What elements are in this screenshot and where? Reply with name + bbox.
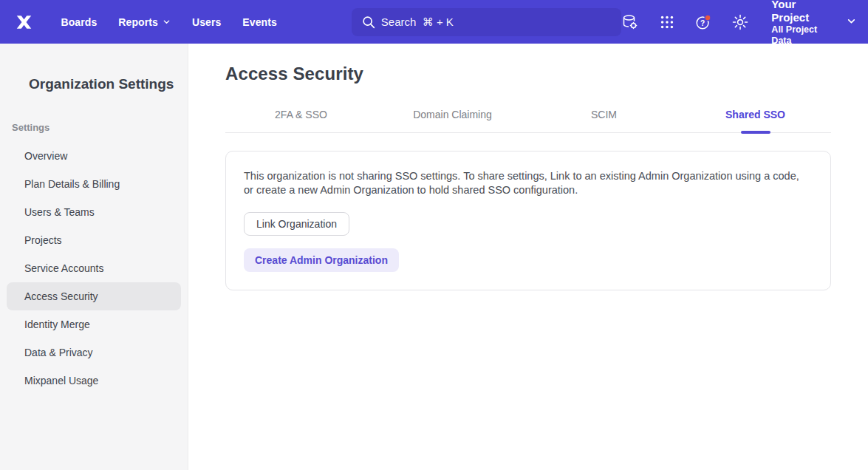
nav-item-label: Users — [192, 16, 221, 28]
sidebar-item-service-accounts[interactable]: Service Accounts — [7, 254, 181, 282]
page-title: Access Security — [225, 64, 831, 84]
global-search — [352, 8, 621, 36]
create-admin-organization-button[interactable]: Create Admin Organization — [244, 248, 399, 272]
shared-sso-card: This organization is not sharing SSO set… — [225, 151, 831, 290]
active-tab-indicator — [741, 131, 770, 134]
nav-item-label: Reports — [118, 16, 158, 28]
primary-nav: Boards Reports Users Events — [61, 16, 276, 28]
nav-item-label: Events — [242, 16, 277, 28]
sidebar-nav: Overview Plan Details & Billing Users & … — [0, 142, 188, 395]
sidebar-item-mixpanel-usage[interactable]: Mixpanel Usage — [7, 367, 181, 395]
project-scope: All Project Data — [771, 24, 836, 47]
settings-sidebar: Organization Settings Settings Overview … — [0, 44, 188, 470]
project-switcher[interactable]: Your Project All Project Data — [771, 0, 856, 47]
nav-item-label: Boards — [61, 16, 97, 28]
project-name: Your Project — [771, 0, 836, 24]
nav-item-users[interactable]: Users — [192, 16, 221, 28]
tab-domain-claiming[interactable]: Domain Claiming — [377, 109, 528, 132]
tab-shared-sso[interactable]: Shared SSO — [680, 109, 831, 132]
notification-dot — [705, 15, 711, 21]
link-organization-button[interactable]: Link Organization — [244, 212, 349, 236]
svg-text:?: ? — [700, 18, 705, 27]
search-input[interactable] — [352, 8, 621, 36]
tab-scim[interactable]: SCIM — [528, 109, 680, 132]
apps-grid-icon[interactable] — [658, 13, 675, 31]
sidebar-item-data-privacy[interactable]: Data & Privacy — [7, 338, 181, 367]
sidebar-item-users-teams[interactable]: Users & Teams — [7, 198, 181, 226]
search-icon — [360, 14, 377, 33]
nav-item-events[interactable]: Events — [242, 16, 277, 28]
sidebar-item-identity-merge[interactable]: Identity Merge — [7, 310, 181, 338]
tab-2fa-sso[interactable]: 2FA & SSO — [225, 109, 377, 132]
top-navigation: Boards Reports Users Events — [0, 0, 868, 44]
access-security-tabs: 2FA & SSO Domain Claiming SCIM Shared SS… — [225, 109, 831, 133]
main-content: Access Security 2FA & SSO Domain Claimin… — [188, 44, 868, 470]
data-management-icon[interactable] — [621, 13, 639, 31]
topnav-right-group: ? Your Project All Project Data — [621, 0, 856, 47]
chevron-down-icon — [163, 16, 171, 28]
tab-label: Domain Claiming — [413, 109, 492, 120]
sidebar-item-access-security[interactable]: Access Security — [7, 282, 181, 310]
sidebar-title: Organization Settings — [0, 76, 188, 92]
help-icon[interactable]: ? — [694, 13, 712, 31]
tab-label: Shared SSO — [725, 109, 785, 120]
nav-item-boards[interactable]: Boards — [61, 16, 97, 28]
mixpanel-logo-icon[interactable] — [13, 11, 35, 33]
sidebar-item-overview[interactable]: Overview — [7, 142, 181, 170]
sidebar-item-projects[interactable]: Projects — [7, 226, 181, 254]
tab-label: SCIM — [591, 109, 617, 120]
chevron-down-icon — [847, 16, 856, 29]
sidebar-item-plan-details-billing[interactable]: Plan Details & Billing — [7, 170, 181, 198]
nav-item-reports[interactable]: Reports — [118, 16, 171, 28]
sidebar-section-label: Settings — [0, 122, 188, 133]
gear-icon[interactable] — [731, 13, 749, 31]
shared-sso-description: This organization is not sharing SSO set… — [244, 169, 810, 197]
tab-label: 2FA & SSO — [275, 109, 327, 120]
